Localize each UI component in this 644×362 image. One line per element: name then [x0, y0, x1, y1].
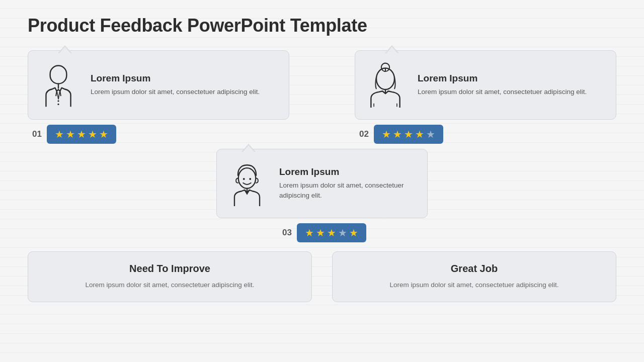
- star-1-2: ★: [66, 128, 75, 140]
- top-row: Lorem Ipsum Lorem ipsum dolor sit amet, …: [28, 50, 616, 144]
- main-container: Product Feedback PowerPoint Template: [0, 0, 644, 317]
- star-2-5: ★: [426, 128, 435, 140]
- arrow-1: [58, 45, 72, 53]
- rating-row-1: 01 ★ ★ ★ ★ ★: [28, 125, 289, 144]
- svg-line-3: [60, 91, 61, 96]
- svg-line-2: [56, 91, 57, 96]
- rating-number-2: 02: [355, 129, 369, 139]
- arrow-3: [242, 144, 256, 152]
- bottom-row: Need To Improve Lorem ipsum dolor sit am…: [28, 251, 616, 302]
- summary-title-2: Great Job: [348, 263, 601, 275]
- summary-title-1: Need To Improve: [43, 263, 296, 275]
- star-2-4: ★: [415, 128, 424, 140]
- rating-number-1: 01: [28, 129, 42, 139]
- star-2-1: ★: [382, 128, 391, 140]
- star-3-5: ★: [349, 227, 358, 239]
- summary-body-1: Lorem ipsum dolor sit amet, consectetuer…: [43, 280, 296, 291]
- rating-number-3: 03: [278, 228, 292, 238]
- middle-row: Lorem Ipsum Lorem ipsum dolor sit amet, …: [28, 149, 616, 242]
- svg-point-14: [249, 178, 251, 180]
- review-text-1: Lorem Ipsum Lorem ipsum dolor sit amet, …: [91, 73, 279, 97]
- star-3-1: ★: [305, 227, 314, 239]
- casual-male-avatar-icon: [224, 161, 270, 206]
- rating-row-2: 02 ★ ★ ★ ★ ★: [355, 125, 616, 144]
- reviewer-body-2: Lorem ipsum dolor sit amet, consectetuer…: [418, 87, 606, 97]
- star-3-2: ★: [316, 227, 325, 239]
- review-card-3: Lorem Ipsum Lorem ipsum dolor sit amet, …: [216, 149, 428, 218]
- star-1-5: ★: [99, 128, 108, 140]
- review-card-3-wrapper: Lorem Ipsum Lorem ipsum dolor sit amet, …: [216, 149, 428, 242]
- rating-row-3: 03 ★ ★ ★ ★ ★: [216, 223, 428, 242]
- review-card-2-wrapper: Lorem Ipsum Lorem ipsum dolor sit amet, …: [355, 50, 616, 144]
- review-card-1: Lorem Ipsum Lorem ipsum dolor sit amet, …: [28, 50, 289, 120]
- stars-badge-2: ★ ★ ★ ★ ★: [374, 125, 443, 144]
- stars-badge-1: ★ ★ ★ ★ ★: [47, 125, 116, 144]
- avatar-1: [33, 60, 84, 110]
- review-card-1-wrapper: Lorem Ipsum Lorem ipsum dolor sit amet, …: [28, 50, 289, 144]
- star-1-1: ★: [55, 128, 64, 140]
- reviewer-body-3: Lorem ipsum dolor sit amet, consectetuer…: [279, 180, 417, 201]
- review-text-3: Lorem Ipsum Lorem ipsum dolor sit amet, …: [279, 166, 417, 201]
- reviewer-name-2: Lorem Ipsum: [418, 73, 606, 84]
- star-3-3: ★: [327, 227, 336, 239]
- female-avatar-icon: [363, 62, 408, 108]
- star-2-3: ★: [404, 128, 413, 140]
- star-1-4: ★: [88, 128, 97, 140]
- avatar-2: [360, 60, 411, 110]
- svg-point-12: [238, 168, 256, 189]
- avatar-3: [222, 158, 272, 209]
- summary-body-2: Lorem ipsum dolor sit amet, consectetuer…: [348, 280, 601, 291]
- arrow-2: [385, 45, 399, 53]
- reviewer-body-1: Lorem ipsum dolor sit amet, consectetuer…: [91, 87, 279, 97]
- reviewer-name-3: Lorem Ipsum: [279, 166, 417, 177]
- star-3-4: ★: [338, 227, 347, 239]
- svg-point-5: [57, 104, 59, 105]
- svg-point-13: [243, 178, 245, 180]
- svg-point-4: [57, 100, 59, 102]
- page-title: Product Feedback PowerPoint Template: [28, 15, 616, 36]
- male-avatar-icon: [36, 62, 81, 108]
- star-1-3: ★: [77, 128, 86, 140]
- review-text-2: Lorem Ipsum Lorem ipsum dolor sit amet, …: [418, 73, 606, 97]
- review-card-2: Lorem Ipsum Lorem ipsum dolor sit amet, …: [355, 50, 616, 120]
- svg-rect-0: [50, 66, 67, 84]
- summary-card-2: Great Job Lorem ipsum dolor sit amet, co…: [332, 251, 616, 302]
- star-2-2: ★: [393, 128, 402, 140]
- stars-badge-3: ★ ★ ★ ★ ★: [297, 223, 366, 242]
- reviewer-name-1: Lorem Ipsum: [91, 73, 279, 84]
- summary-card-1: Need To Improve Lorem ipsum dolor sit am…: [28, 251, 312, 302]
